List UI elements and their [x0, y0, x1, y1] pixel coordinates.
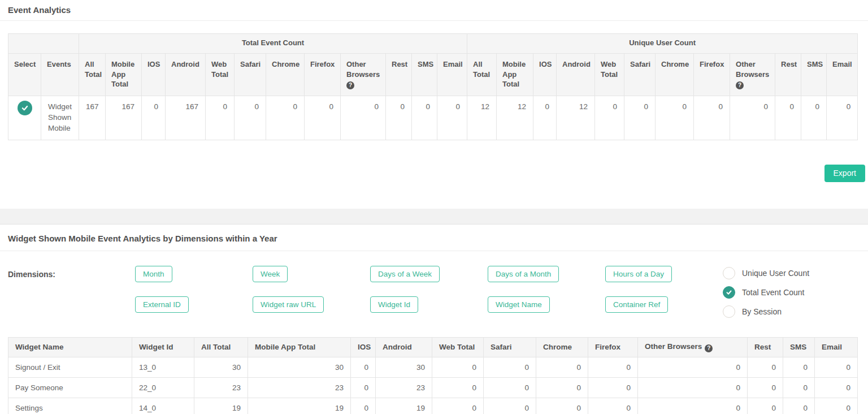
selected-check-icon[interactable] — [18, 101, 32, 115]
detail-col-header-safari: Safari — [484, 337, 536, 357]
widget-name-cell: Settings — [8, 398, 132, 414]
dimension-button-external-id[interactable]: External ID — [135, 296, 189, 313]
col-header-label: SMS — [790, 343, 806, 351]
widget-name-cell: Pay Someone — [8, 377, 132, 398]
group-header-total-event-count: Total Event Count — [79, 34, 467, 54]
radio-label: Total Event Count — [742, 288, 805, 297]
radio-unchecked-icon[interactable] — [723, 267, 735, 279]
summary-col-header-chrome: Chrome — [656, 54, 694, 96]
radio-by-session[interactable]: By Session — [723, 305, 809, 318]
metric-value-cell: 0 — [437, 96, 467, 140]
detail-table: Widget NameWidget IdAll TotalMobile App … — [8, 337, 858, 414]
metric-value-cell: 0 — [142, 96, 166, 140]
widget-id-cell: 14_0 — [132, 398, 194, 414]
col-header-label: Mobile App Total — [255, 343, 315, 351]
metric-value-cell: 0 — [656, 96, 694, 140]
dimensions-label: Dimensions: — [8, 266, 135, 318]
radio-unchecked-icon[interactable] — [723, 305, 735, 318]
summary-col-header-safari: Safari — [235, 54, 266, 96]
metric-value-cell: 0 — [432, 377, 484, 398]
dimensions-bar: Dimensions: MonthWeekDays of a WeekDays … — [0, 266, 868, 318]
radio-unique-user-count[interactable]: Unique User Count — [723, 267, 809, 279]
section-header: Widget Shown Mobile Event Analytics by D… — [0, 225, 868, 251]
dimension-button-month[interactable]: Month — [135, 266, 172, 282]
radio-total-event-count[interactable]: Total Event Count — [723, 286, 809, 299]
summary-col-header-other-browsers: Other Browsers? — [730, 54, 775, 96]
metric-value-cell: 0 — [351, 377, 376, 398]
widget-id-cell: 22_0 — [132, 377, 194, 398]
detail-col-header-mobile-app-total: Mobile App Total — [248, 337, 351, 357]
col-header-label: All Total — [201, 343, 231, 351]
metric-value-cell: 0 — [305, 96, 341, 140]
page-title: Event Analytics — [8, 5, 860, 15]
export-button[interactable]: Export — [824, 165, 865, 182]
metric-radio-group: Unique User CountTotal Event CountBy Ses… — [723, 266, 809, 318]
col-header-label: Widget Id — [139, 343, 173, 351]
col-header-label: SMS — [807, 60, 823, 68]
dimension-button-widget-id[interactable]: Widget Id — [370, 296, 418, 313]
check-icon — [726, 289, 732, 296]
detail-col-header-widget-id: Widget Id — [132, 337, 194, 357]
summary-col-header-web-total: Web Total — [206, 54, 235, 96]
col-header-label: Rest — [781, 60, 797, 68]
col-header-label: Android — [562, 60, 591, 68]
dimension-button-hours-of-a-day[interactable]: Hours of a Day — [605, 266, 672, 282]
summary-row: Widget Shown Mobile167167016700000000121… — [8, 96, 858, 140]
summary-col-header-all-total: All Total — [79, 54, 106, 96]
detail-col-header-firefox: Firefox — [588, 337, 638, 357]
summary-col-header-email: Email — [437, 54, 467, 96]
metric-value-cell: 0 — [638, 398, 748, 414]
metric-value-cell: 0 — [783, 377, 815, 398]
summary-col-header-email: Email — [827, 54, 858, 96]
summary-col-header-other-browsers: Other Browsers? — [341, 54, 386, 96]
col-header-label: Email — [832, 60, 852, 68]
col-header-label: Other Browsers — [645, 342, 702, 351]
metric-value-cell: 0 — [588, 357, 638, 377]
help-icon[interactable]: ? — [736, 81, 744, 89]
summary-col-header-mobile-app-total: Mobile App Total — [106, 54, 142, 96]
help-icon[interactable]: ? — [346, 81, 354, 89]
help-icon[interactable]: ? — [705, 344, 713, 352]
col-header-label: All Total — [473, 60, 490, 79]
metric-value-cell: 0 — [624, 96, 656, 140]
metric-value-cell: 19 — [248, 398, 351, 414]
detail-col-header-other-browsers: Other Browsers? — [638, 337, 748, 357]
metric-value-cell: 0 — [484, 377, 536, 398]
col-header-label: Widget Name — [15, 343, 63, 351]
dimension-buttons: MonthWeekDays of a WeekDays of a MonthHo… — [135, 266, 723, 318]
metric-value-cell: 0 — [536, 398, 588, 414]
detail-col-header-all-total: All Total — [194, 337, 248, 357]
summary-group-row: Total Event CountUnique User Count — [8, 34, 858, 54]
metric-value-cell: 0 — [536, 377, 588, 398]
detail-col-header-chrome: Chrome — [536, 337, 588, 357]
radio-label: By Session — [742, 307, 782, 316]
export-row: Export — [8, 165, 865, 182]
metric-value-cell: 0 — [412, 96, 437, 140]
select-cell[interactable] — [8, 96, 41, 140]
col-header-label: IOS — [147, 60, 160, 68]
summary-col-header-chrome: Chrome — [266, 54, 305, 96]
metric-value-cell: 0 — [815, 357, 858, 377]
dimension-button-days-of-a-week[interactable]: Days of a Week — [370, 266, 440, 282]
metric-value-cell: 0 — [815, 377, 858, 398]
detail-col-header-web-total: Web Total — [432, 337, 484, 357]
dimension-button-days-of-a-month[interactable]: Days of a Month — [488, 266, 559, 282]
summary-col-header-rest: Rest — [775, 54, 801, 96]
detail-row: Settings14_0191901900000000 — [8, 398, 858, 414]
summary-col-header-ios: IOS — [142, 54, 166, 96]
metric-value-cell: 0 — [638, 357, 748, 377]
col-header-label: Email — [443, 60, 463, 68]
summary-col-header-events: Events — [41, 54, 79, 96]
metric-value-cell: 19 — [376, 398, 432, 414]
detail-row: Signout / Exit13_0303003000000000 — [8, 357, 858, 377]
dimension-button-container-ref[interactable]: Container Ref — [605, 296, 668, 313]
radio-checked-icon[interactable] — [723, 286, 735, 299]
dimension-button-widget-raw-url[interactable]: Widget raw URL — [253, 296, 324, 313]
metric-value-cell: 23 — [248, 377, 351, 398]
summary-col-header-firefox: Firefox — [305, 54, 341, 96]
metric-value-cell: 0 — [827, 96, 858, 140]
metric-value-cell: 0 — [748, 357, 783, 377]
metric-value-cell: 23 — [376, 377, 432, 398]
dimension-button-week[interactable]: Week — [253, 266, 288, 282]
dimension-button-widget-name[interactable]: Widget Name — [488, 296, 550, 313]
